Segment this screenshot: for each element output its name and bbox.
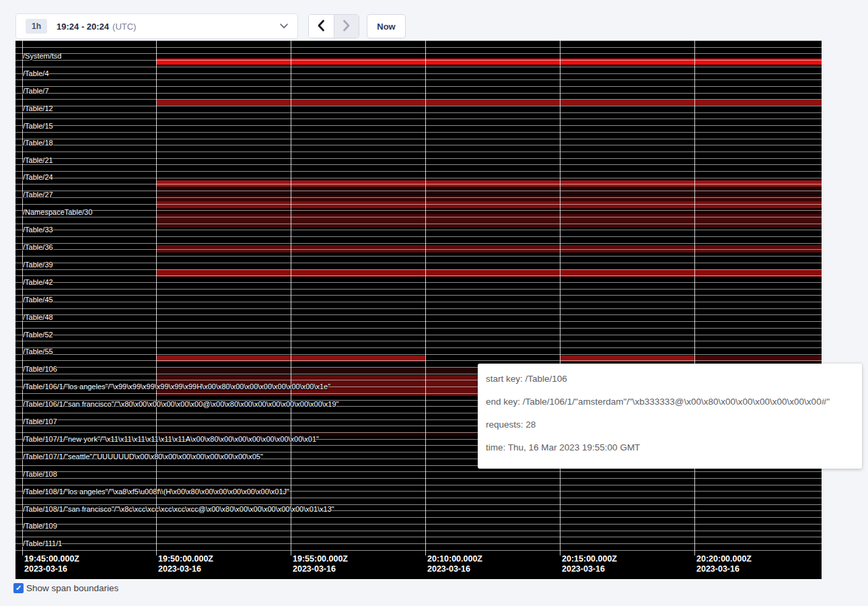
span-label: /Table/24 bbox=[23, 173, 53, 181]
key-visualizer-page: 1h 19:24 - 20:24 (UTC) Now 19:45:00.000Z… bbox=[0, 0, 868, 606]
span-label: /Table/39 bbox=[23, 261, 53, 269]
span-label: /Table/15 bbox=[23, 122, 53, 130]
span-label: /Table/108/1/"san francisco"/"\x8c\xcc\x… bbox=[23, 505, 334, 513]
span-boundary-line bbox=[15, 178, 822, 178]
heat-band bbox=[156, 59, 822, 65]
span-boundary-line bbox=[15, 184, 822, 184]
span-boundary-line bbox=[15, 171, 822, 172]
span-boundary-line bbox=[15, 282, 822, 283]
heat-band bbox=[156, 201, 822, 208]
span-label: /Table/108/1/"los angeles"/"\xa8\xf5\u00… bbox=[23, 487, 289, 496]
span-label: /Table/7 bbox=[23, 87, 49, 95]
span-boundary-line bbox=[15, 471, 822, 472]
x-axis-tick-time: 20:20:00.000Z bbox=[696, 554, 752, 564]
prev-time-button[interactable] bbox=[309, 15, 334, 38]
span-boundary-line bbox=[15, 112, 822, 113]
span-boundary-line bbox=[15, 217, 822, 217]
span-boundary-line bbox=[15, 40, 822, 41]
span-boundary-line bbox=[15, 139, 822, 139]
span-boundary-line bbox=[15, 125, 822, 126]
span-label: /Table/106 bbox=[23, 365, 57, 373]
heatmap-canvas[interactable]: 19:45:00.000Z2023-03-1619:50:00.000Z2023… bbox=[15, 40, 822, 579]
span-label: /Table/107 bbox=[23, 417, 57, 426]
span-boundary-line bbox=[15, 106, 822, 106]
heat-band bbox=[156, 180, 822, 187]
span-boundary-line bbox=[15, 543, 822, 544]
span-boundary-line bbox=[15, 550, 822, 551]
x-axis-tick-date: 2023-03-16 bbox=[696, 564, 739, 574]
span-label: /Table/106/1/"los angeles"/"\x99\x99\x99… bbox=[23, 382, 330, 391]
span-boundary-line bbox=[15, 119, 822, 119]
span-boundary-line bbox=[15, 341, 822, 341]
span-boundary-line bbox=[15, 302, 822, 302]
span-label: /Table/45 bbox=[23, 296, 53, 304]
x-axis-tick-time: 19:55:00.000Z bbox=[293, 554, 348, 564]
span-label: /System/tsd bbox=[23, 52, 61, 60]
duration-chip: 1h bbox=[26, 19, 47, 34]
span-boundary-line bbox=[15, 249, 822, 250]
time-range-dropdown[interactable]: 1h 19:24 - 20:24 (UTC) bbox=[15, 13, 298, 39]
span-boundary-line bbox=[15, 47, 822, 48]
span-label: /NamespaceTable/30 bbox=[23, 208, 92, 216]
span-boundary-line bbox=[15, 275, 822, 276]
time-gridline bbox=[560, 40, 560, 556]
span-boundary-line bbox=[15, 498, 822, 498]
heat-band bbox=[156, 100, 822, 106]
span-boundary-line bbox=[15, 67, 822, 67]
show-span-boundaries-label: Show span boundaries bbox=[26, 583, 118, 593]
next-time-button[interactable] bbox=[334, 15, 359, 38]
x-axis-tick-date: 2023-03-16 bbox=[427, 564, 470, 574]
span-boundary-line bbox=[15, 531, 822, 531]
span-label: /Table/21 bbox=[23, 156, 53, 164]
x-axis-tick-time: 20:10:00.000Z bbox=[427, 554, 482, 564]
x-axis-tick-time: 20:15:00.000Z bbox=[562, 554, 617, 564]
tooltip-line: start key: /Table/106 bbox=[486, 372, 854, 386]
x-axis-tick-time: 19:50:00.000Z bbox=[158, 554, 213, 564]
span-boundary-line bbox=[15, 243, 822, 244]
span-boundary-line bbox=[15, 263, 822, 263]
span-label: /Table/18 bbox=[23, 139, 53, 147]
heatmap-tooltip: start key: /Table/106end key: /Table/106… bbox=[478, 364, 862, 469]
span-label: /Table/42 bbox=[23, 278, 53, 286]
time-gridline bbox=[291, 40, 291, 556]
x-axis-tick-date: 2023-03-16 bbox=[293, 564, 336, 574]
span-label: /Table/52 bbox=[23, 331, 53, 339]
time-range-text: 19:24 - 20:24 bbox=[57, 22, 109, 32]
span-boundary-line bbox=[15, 145, 822, 145]
time-gridline bbox=[694, 40, 695, 556]
heat-band bbox=[156, 208, 822, 214]
span-boundary-line bbox=[15, 314, 822, 315]
span-label: /Table/107/1/"new york"/"\x11\x11\x11\x1… bbox=[23, 435, 319, 443]
span-boundary-line bbox=[15, 347, 822, 348]
span-boundary-line bbox=[15, 99, 822, 100]
span-boundary-line bbox=[15, 164, 822, 165]
time-nav-group bbox=[308, 14, 359, 38]
chevron-left-icon bbox=[317, 20, 325, 34]
span-boundary-line bbox=[15, 93, 822, 94]
span-boundary-line bbox=[15, 328, 822, 329]
show-span-boundaries-checkbox[interactable] bbox=[13, 583, 24, 593]
span-boundary-line bbox=[15, 60, 822, 61]
span-boundary-line bbox=[15, 360, 822, 361]
x-axis-tick-date: 2023-03-16 bbox=[158, 564, 201, 574]
span-label: /Table/36 bbox=[23, 243, 53, 251]
x-axis-tick-date: 2023-03-16 bbox=[24, 564, 67, 574]
tooltip-line: time: Thu, 16 Mar 2023 19:55:00 GMT bbox=[486, 441, 854, 454]
span-boundary-line bbox=[15, 197, 822, 198]
span-label: /Table/48 bbox=[23, 313, 53, 321]
span-boundary-line bbox=[15, 335, 822, 335]
span-boundary-line bbox=[15, 210, 822, 211]
now-button[interactable]: Now bbox=[367, 14, 406, 38]
span-label: /Table/107/1/"seattle"/"UUUUUUD\x00\x80\… bbox=[23, 452, 263, 461]
span-label: /Table/109 bbox=[23, 522, 57, 530]
span-label: /Table/111/1 bbox=[23, 539, 62, 547]
span-label: /Table/55 bbox=[23, 347, 53, 356]
time-gridline bbox=[156, 40, 157, 556]
span-boundary-line bbox=[15, 517, 822, 518]
span-boundary-line bbox=[15, 478, 822, 479]
span-boundary-line bbox=[15, 308, 822, 309]
time-gridline bbox=[425, 40, 426, 556]
span-label: /Table/4 bbox=[23, 69, 49, 77]
span-boundary-line bbox=[15, 73, 822, 74]
span-label: /Table/106/1/"san francisco"/"\x80\x00\x… bbox=[23, 400, 339, 408]
